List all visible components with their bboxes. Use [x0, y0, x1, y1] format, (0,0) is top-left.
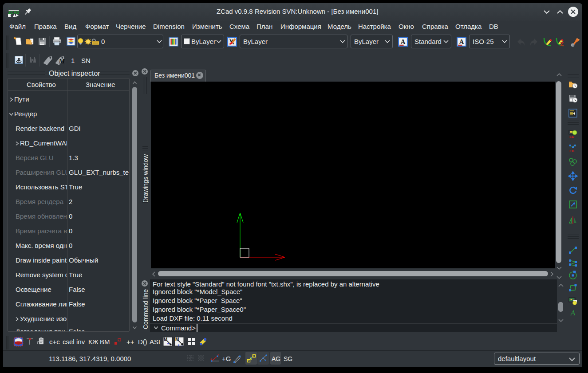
svg-text:A: A: [459, 38, 464, 45]
svg-text:ZCAD: ZCAD: [8, 10, 20, 15]
svg-text:M: M: [175, 337, 179, 342]
svg-text:A: A: [570, 309, 576, 317]
svg-text:M: M: [164, 337, 167, 342]
svg-text:M: M: [59, 57, 65, 65]
svg-text:ED: ED: [569, 149, 574, 153]
svg-text:A: A: [401, 38, 406, 45]
svg-text:ED: ED: [569, 135, 574, 139]
svg-text:b: b: [250, 357, 252, 360]
svg-text:*: *: [167, 342, 169, 346]
svg-text:2: 2: [217, 354, 219, 357]
svg-text:Z: Z: [560, 40, 564, 47]
svg-text:2: 2: [210, 357, 212, 360]
